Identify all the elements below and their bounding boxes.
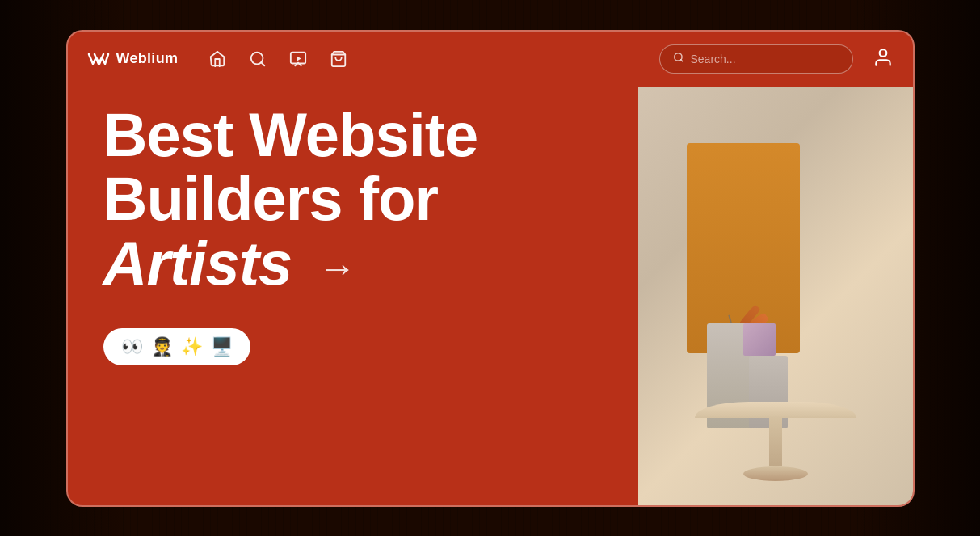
hero-left: Best Website Builders for Artists → 👀 🧑‍… [68,87,913,505]
hero-title-line2: Builders for [103,164,439,233]
emoji-artist: 🧑‍✈️ [151,336,173,357]
search-input[interactable] [691,53,839,65]
nav-icons [208,50,347,68]
navbar: Weblium [68,32,913,87]
emoji-eyes: 👀 [121,336,143,357]
emoji-sparkles: ✨ [181,336,203,357]
search-bar-icon [673,52,684,66]
logo-area[interactable]: Weblium [87,50,179,67]
hero-title-line1: Best Website [103,100,478,169]
svg-point-7 [879,49,886,57]
home-nav-button[interactable] [208,50,226,68]
browser-card: Weblium [66,30,915,507]
logo-text: Weblium [116,50,179,67]
user-profile-button[interactable] [873,47,894,71]
svg-marker-3 [297,56,301,61]
svg-line-6 [680,59,683,61]
emoji-monitor: 🖥️ [211,336,233,357]
content-area: Best Website Builders for Artists → 👀 🧑‍… [68,87,913,505]
arrow-decoration: → [318,248,355,289]
hero-title: Best Website Builders for Artists → [103,103,881,296]
weblium-logo-icon [87,51,110,67]
emoji-pill: 👀 🧑‍✈️ ✨ 🖥️ [103,328,250,365]
svg-line-1 [262,62,265,65]
search-bar[interactable] [659,44,853,74]
search-nav-button[interactable] [249,50,267,68]
hero-title-italic: Artists [103,229,292,298]
play-nav-button[interactable] [289,50,307,68]
bag-nav-button[interactable] [330,50,347,68]
